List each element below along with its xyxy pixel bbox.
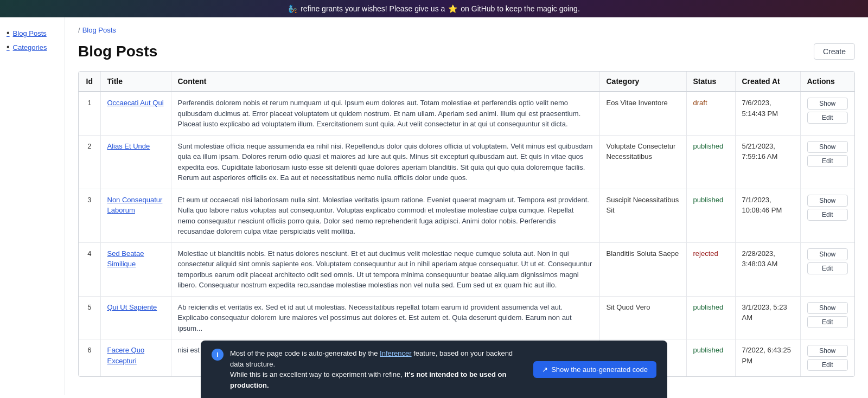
show-button[interactable]: Show bbox=[807, 141, 848, 153]
action-buttons: Show Edit bbox=[807, 345, 848, 371]
cell-created-at: 7/1/2023, 10:08:46 PM bbox=[735, 189, 800, 242]
cell-id: 2 bbox=[79, 135, 100, 189]
post-content: Molestiae ut blanditiis nobis. Et natus … bbox=[178, 249, 592, 290]
col-header-id: Id bbox=[79, 72, 100, 92]
cell-content: Ab reiciendis et veritatis ex. Sed et id… bbox=[171, 296, 599, 339]
wand-emoji: 🧞 bbox=[288, 4, 297, 13]
show-button[interactable]: Show bbox=[807, 248, 848, 260]
cell-id: 3 bbox=[79, 189, 100, 242]
edit-button[interactable]: Edit bbox=[807, 359, 848, 371]
action-buttons: Show Edit bbox=[807, 98, 848, 124]
cell-content: Perferendis dolorem nobis et rerum numqu… bbox=[171, 92, 599, 135]
cell-status: published bbox=[686, 135, 735, 189]
cell-title: Occaecati Aut Qui bbox=[100, 92, 171, 135]
edit-button[interactable]: Edit bbox=[807, 209, 848, 221]
page-title: Blog Posts bbox=[78, 43, 157, 60]
cell-status: published bbox=[686, 296, 735, 339]
cell-actions: Show Edit bbox=[800, 242, 854, 296]
status-badge: rejected bbox=[693, 249, 718, 258]
status-badge: published bbox=[693, 142, 724, 150]
sidebar-item-blog-posts[interactable]: Blog Posts bbox=[7, 26, 58, 40]
cell-status: rejected bbox=[686, 242, 735, 296]
inferencer-link[interactable]: Inferencer bbox=[380, 349, 412, 357]
cell-category: Sit Quod Vero bbox=[599, 296, 686, 339]
show-button[interactable]: Show bbox=[807, 302, 848, 314]
col-header-content: Content bbox=[171, 72, 599, 92]
post-title-link[interactable]: Sed Beatae Similique bbox=[107, 249, 144, 268]
cell-actions: Show Edit bbox=[800, 135, 854, 189]
cell-id: 4 bbox=[79, 242, 100, 296]
table-row: 1 Occaecati Aut Qui Perferendis dolorem … bbox=[79, 92, 854, 135]
cell-status: draft bbox=[686, 92, 735, 135]
status-badge: draft bbox=[693, 99, 707, 107]
toast-content: i Most of the page code is auto-generate… bbox=[212, 348, 525, 390]
cell-actions: Show Edit bbox=[800, 92, 854, 135]
post-content: Ab reiciendis et veritatis ex. Sed et id… bbox=[178, 303, 572, 332]
cell-status: published bbox=[686, 339, 735, 377]
cell-id: 1 bbox=[79, 92, 100, 135]
toast-line2: While this is an excellent way to experi… bbox=[230, 370, 507, 389]
cell-id: 5 bbox=[79, 296, 100, 339]
post-content: Perferendis dolorem nobis et rerum numqu… bbox=[178, 99, 581, 128]
action-buttons: Show Edit bbox=[807, 248, 848, 274]
table-row: 3 Non Consequatur Laborum Et eum ut occa… bbox=[79, 189, 854, 242]
post-title-link[interactable]: Non Consequatur Laborum bbox=[107, 196, 163, 215]
toast-notification: i Most of the page code is auto-generate… bbox=[201, 341, 667, 395]
status-badge: published bbox=[693, 303, 724, 311]
col-header-status: Status bbox=[686, 72, 735, 92]
edit-button[interactable]: Edit bbox=[807, 316, 848, 328]
info-icon: i bbox=[212, 349, 224, 361]
cell-created-at: 2/28/2023, 3:48:03 AM bbox=[735, 242, 800, 296]
create-button[interactable]: Create bbox=[814, 43, 855, 60]
cell-content: Molestiae ut blanditiis nobis. Et natus … bbox=[171, 242, 599, 296]
cell-created-at: 7/2022, 6:43:25 PM bbox=[735, 339, 800, 377]
cell-content: Et eum ut occaecati nisi laboriosam null… bbox=[171, 189, 599, 242]
post-title-link[interactable]: Occaecati Aut Qui bbox=[107, 99, 164, 107]
post-title-link[interactable]: Facere Quo Excepturi bbox=[107, 346, 145, 365]
show-button[interactable]: Show bbox=[807, 98, 848, 110]
sidebar: Blog Posts Categories bbox=[0, 17, 65, 395]
cell-category: Blanditiis Soluta Saepe bbox=[599, 242, 686, 296]
table-row: 5 Qui Ut Sapiente Ab reiciendis et verit… bbox=[79, 296, 854, 339]
show-code-button[interactable]: ↗ Show the auto-generated code bbox=[533, 361, 656, 378]
edit-button[interactable]: Edit bbox=[807, 155, 848, 167]
page-header: Blog Posts Create bbox=[78, 43, 855, 60]
post-title-link[interactable]: Qui Ut Sapiente bbox=[107, 303, 157, 311]
cell-category: Eos Vitae Inventore bbox=[599, 92, 686, 135]
status-badge: published bbox=[693, 346, 724, 354]
sidebar-item-categories[interactable]: Categories bbox=[7, 40, 58, 54]
main-content: / Blog Posts Blog Posts Create Id Title … bbox=[65, 17, 868, 395]
col-header-actions: Actions bbox=[800, 72, 854, 92]
blog-posts-table: Id Title Content Category Status Created… bbox=[78, 71, 855, 377]
external-link-icon: ↗ bbox=[542, 365, 548, 374]
toast-text: Most of the page code is auto-generated … bbox=[230, 348, 525, 390]
table-row: 4 Sed Beatae Similique Molestiae ut blan… bbox=[79, 242, 854, 296]
toast-line1: Most of the page code is auto-generated … bbox=[230, 349, 513, 368]
banner-suffix: on GitHub to keep the magic going. bbox=[461, 4, 579, 13]
breadcrumb-separator: / bbox=[78, 26, 80, 34]
sidebar-item-label: Blog Posts bbox=[13, 29, 47, 37]
cell-category: Suscipit Necessitatibus Sit bbox=[599, 189, 686, 242]
edit-button[interactable]: Edit bbox=[807, 112, 848, 124]
cell-title: Alias Et Unde bbox=[100, 135, 171, 189]
post-title-link[interactable]: Alias Et Unde bbox=[107, 142, 150, 150]
table-row: 2 Alias Et Unde Sunt molestiae officia n… bbox=[79, 135, 854, 189]
breadcrumb-current[interactable]: Blog Posts bbox=[82, 26, 116, 34]
cell-title: Non Consequatur Laborum bbox=[100, 189, 171, 242]
edit-button[interactable]: Edit bbox=[807, 262, 848, 274]
col-header-title: Title bbox=[100, 72, 171, 92]
cell-id: 6 bbox=[79, 339, 100, 377]
table-header-row: Id Title Content Category Status Created… bbox=[79, 72, 854, 92]
cell-created-at: 3/1/2023, 5:23 AM bbox=[735, 296, 800, 339]
cell-actions: Show Edit bbox=[800, 296, 854, 339]
cell-title: Qui Ut Sapiente bbox=[100, 296, 171, 339]
action-buttons: Show Edit bbox=[807, 302, 848, 328]
post-content: Sunt molestiae officia neque assumenda e… bbox=[178, 142, 593, 182]
show-button[interactable]: Show bbox=[807, 345, 848, 357]
star-emoji: ⭐ bbox=[448, 4, 457, 13]
action-buttons: Show Edit bbox=[807, 141, 848, 167]
cell-title: Facere Quo Excepturi bbox=[100, 339, 171, 377]
show-button[interactable]: Show bbox=[807, 195, 848, 207]
status-badge: published bbox=[693, 196, 724, 204]
breadcrumb: / Blog Posts bbox=[78, 26, 855, 34]
